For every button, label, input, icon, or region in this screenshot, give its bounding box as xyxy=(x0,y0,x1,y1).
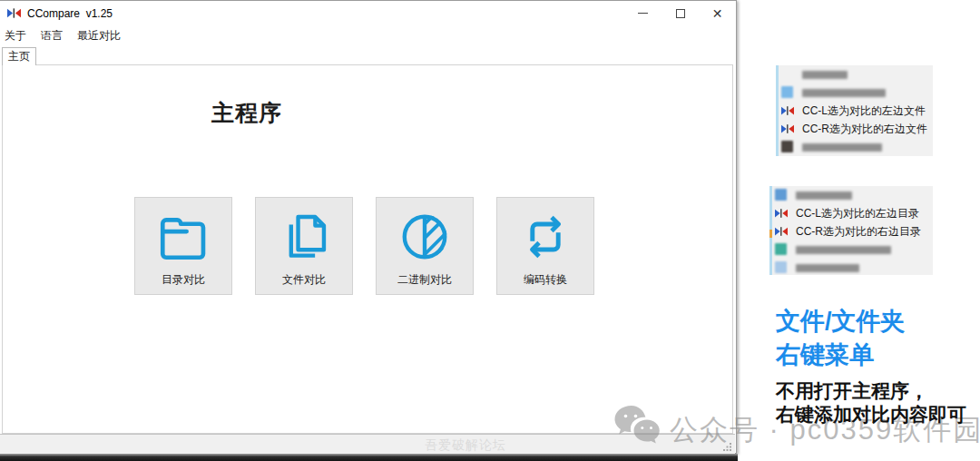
menu-item-label: CC-R选为对比的右边文件 xyxy=(802,122,927,137)
redacted-menu-item[interactable] xyxy=(769,240,933,259)
tile-label: 编码转换 xyxy=(524,272,567,288)
redacted-icon xyxy=(781,86,793,98)
redacted-text xyxy=(802,71,848,79)
file-compare-button[interactable]: 文件对比 xyxy=(255,197,353,295)
ccompare-window: CCompare v1.25 ✕ 关于 语言 最近对比 主页 主程序 xyxy=(0,0,737,454)
annotation-title-line1: 文件/文件夹 xyxy=(776,305,966,338)
context-menu-files: CC-L选为对比的左边文件 CC-R选为对比的右边文件 xyxy=(776,65,933,156)
maximize-button[interactable] xyxy=(662,1,699,25)
menu-item-ccr-right-dir[interactable]: CC-R选为对比的右边目录 xyxy=(769,222,933,240)
redacted-text xyxy=(796,191,852,200)
window-controls: ✕ xyxy=(624,1,736,25)
annotation-block: 文件/文件夹 右键菜单 不用打开主程序， 右键添加对比内容即可 xyxy=(776,305,966,427)
folder-icon xyxy=(155,209,211,265)
annotation-title-line2: 右键菜单 xyxy=(776,338,966,372)
redacted-menu-item[interactable] xyxy=(776,83,933,102)
menu-item-ccl-left-file[interactable]: CC-L选为对比的左边文件 xyxy=(776,102,933,120)
redacted-text xyxy=(796,264,859,272)
statusbar-watermark: 吾爱破解论坛 xyxy=(425,437,506,454)
menu-item-label: CC-R选为对比的右边目录 xyxy=(796,224,921,240)
redacted-menu-item[interactable] xyxy=(776,65,933,83)
redacted-icon xyxy=(775,261,787,273)
close-button[interactable]: ✕ xyxy=(699,1,736,25)
page-title: 主程序 xyxy=(211,98,282,128)
tab-home[interactable]: 主页 xyxy=(2,47,36,65)
redacted-icon xyxy=(775,189,787,201)
menu-item-ccr-right-file[interactable]: CC-R选为对比的右边文件 xyxy=(776,120,933,138)
app-compare-icon xyxy=(7,6,21,20)
maximize-icon xyxy=(676,9,685,18)
minimize-icon xyxy=(638,13,648,14)
menu-item-label: CC-L选为对比的左边文件 xyxy=(802,103,926,119)
compare-arrows-icon xyxy=(781,123,794,135)
titlebar[interactable]: CCompare v1.25 ✕ xyxy=(0,1,736,25)
minimize-button[interactable] xyxy=(624,1,662,25)
compare-arrows-icon xyxy=(781,104,794,117)
redacted-menu-item[interactable] xyxy=(769,186,933,204)
bottom-dark-bar xyxy=(0,454,738,461)
annotation-body-line1: 不用打开主程序， xyxy=(776,379,966,403)
compare-arrows-icon xyxy=(775,225,788,238)
compare-arrows-icon xyxy=(775,207,788,220)
redacted-text xyxy=(796,246,891,254)
redacted-icon xyxy=(781,141,793,152)
files-icon xyxy=(276,209,332,265)
redacted-menu-item[interactable] xyxy=(769,259,933,275)
screenshot-stage: CCompare v1.25 ✕ 关于 语言 最近对比 主页 主程序 xyxy=(0,0,980,461)
home-tab-page: 主程序 目录对比 文件对比 xyxy=(2,64,733,434)
menu-item-label: CC-L选为对比的左边目录 xyxy=(796,206,919,221)
redacted-icon xyxy=(775,243,787,255)
menu-about[interactable]: 关于 xyxy=(0,25,34,46)
action-tiles: 目录对比 文件对比 xyxy=(134,197,594,295)
directory-compare-button[interactable]: 目录对比 xyxy=(134,197,232,295)
redacted-text xyxy=(802,89,886,97)
close-icon: ✕ xyxy=(712,7,723,20)
binary-circle-icon xyxy=(397,209,453,265)
menu-item-ccl-left-dir[interactable]: CC-L选为对比的左边目录 xyxy=(769,204,933,222)
annotation-body-line2: 右键添加对比内容即可 xyxy=(776,403,966,427)
encoding-convert-button[interactable]: 编码转换 xyxy=(496,197,594,295)
menubar: 关于 语言 最近对比 xyxy=(0,25,736,45)
menu-language[interactable]: 语言 xyxy=(34,25,70,46)
redacted-text xyxy=(802,143,882,152)
menu-recent-compare[interactable]: 最近对比 xyxy=(70,25,128,46)
convert-arrows-icon xyxy=(517,209,573,265)
tile-label: 目录对比 xyxy=(162,272,205,288)
context-menu-directories: CC-L选为对比的左边目录 CC-R选为对比的右边目录 xyxy=(769,186,933,275)
window-title: CCompare v1.25 xyxy=(27,7,113,20)
wechat-icon xyxy=(613,404,661,447)
binary-compare-button[interactable]: 二进制对比 xyxy=(376,197,474,295)
redacted-menu-item[interactable] xyxy=(776,138,933,156)
tile-label: 文件对比 xyxy=(282,272,326,288)
tile-label: 二进制对比 xyxy=(397,272,452,288)
